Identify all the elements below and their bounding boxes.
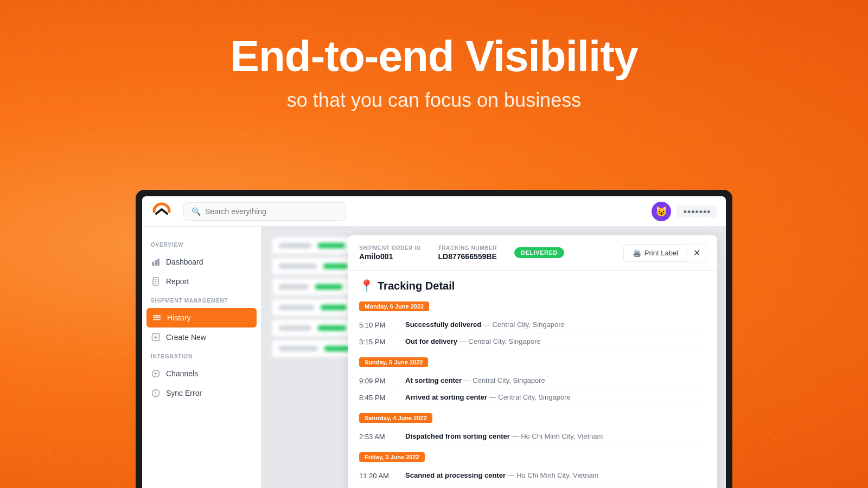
timeline-time: 2:53 AM: [359, 432, 394, 441]
app-logo: [151, 201, 173, 222]
timeline-time: 11:20 AM: [359, 471, 394, 480]
sidebar-item-history[interactable]: History: [146, 308, 257, 328]
alert-circle-icon: [151, 388, 161, 398]
hero-subtitle: so that you can focus on business: [0, 89, 868, 112]
timeline-time: 3:15 PM: [359, 337, 394, 346]
sidebar-item-dashboard[interactable]: Dashboard: [142, 252, 261, 272]
svg-rect-8: [153, 317, 161, 319]
tracking-number-label: TRACKING NUMBER: [438, 245, 497, 251]
avatar: 😺: [652, 202, 671, 221]
content-panel: SHIPMENT ORDER ID Amilo001 TRACKING NUMB…: [261, 227, 726, 488]
tracking-title-row: 📍 Tracking Detail: [359, 279, 706, 292]
date-section-sunday: Sunday, 5 June 2022 9:09 PM At sorting c…: [359, 357, 706, 406]
browser-topbar: 🔍 😺 ●●●●●●●: [142, 196, 726, 227]
search-bar[interactable]: 🔍: [183, 202, 346, 221]
sidebar-item-report-label: Report: [166, 277, 189, 286]
username: ●●●●●●●: [676, 206, 717, 217]
timeline-desc: Successfully delivered — Central City, S…: [405, 320, 565, 329]
shipment-order-id-value: Amilo001: [359, 252, 421, 261]
browser-window: 🔍 😺 ●●●●●●● OVERVIEW: [142, 196, 726, 488]
tracking-number-field: TRACKING NUMBER LD877666559BE: [438, 245, 497, 261]
sidebar-item-channels-label: Channels: [166, 369, 198, 378]
sidebar-item-create-new-label: Create New: [166, 333, 206, 342]
svg-rect-1: [155, 260, 157, 266]
table-row: 5:10 PM Successfully delivered — Central…: [359, 317, 706, 333]
sidebar-item-report[interactable]: Report: [142, 272, 261, 291]
tracking-panel: SHIPMENT ORDER ID Amilo001 TRACKING NUMB…: [348, 235, 717, 488]
table-row: 11:20 AM Scanned at processing center — …: [359, 467, 706, 484]
logo-area: [151, 201, 173, 222]
date-badge-sunday: Sunday, 5 June 2022: [359, 357, 428, 367]
device-frame: 🔍 😺 ●●●●●●● OVERVIEW: [136, 190, 732, 488]
print-label-button[interactable]: 🖨️ Print Label: [623, 244, 687, 262]
chart-bar-icon: [151, 257, 161, 267]
hero-title: End-to-end Visibility: [0, 33, 868, 80]
date-section-friday: Friday, 3 June 2022 11:20 AM Scanned at …: [359, 452, 706, 488]
table-row: 11:16 AM At sorting center — Ho Chi Minh…: [359, 484, 706, 488]
date-badge-saturday: Saturday, 4 June 2022: [359, 413, 432, 423]
date-section-monday: Monday, 6 June 2022 5:10 PM Successfully…: [359, 301, 706, 350]
search-input[interactable]: [205, 207, 338, 216]
svg-rect-0: [152, 262, 154, 266]
sidebar-item-create-new[interactable]: Create New: [142, 328, 261, 347]
sidebar-section-overview: OVERVIEW: [142, 242, 261, 252]
date-badge-monday: Monday, 6 June 2022: [359, 301, 429, 311]
svg-point-18: [155, 394, 156, 395]
shipment-order-id-label: SHIPMENT ORDER ID: [359, 245, 421, 251]
sidebar-item-sync-error-label: Sync Error: [166, 389, 202, 397]
printer-icon: 🖨️: [633, 249, 641, 257]
table-row: 3:15 PM Out for delivery — Central City,…: [359, 333, 706, 350]
close-button[interactable]: ✕: [687, 243, 706, 262]
timeline-desc: Out for delivery — Central City, Singapo…: [405, 337, 541, 345]
user-area: 😺 ●●●●●●●: [652, 202, 717, 221]
map-pin-icon: 📍: [359, 279, 372, 292]
table-row: 8:45 PM Arrived at sorting center — Cent…: [359, 389, 706, 406]
timeline-desc: At sorting center — Central City, Singap…: [405, 376, 545, 384]
svg-rect-2: [157, 259, 159, 266]
hero-section: End-to-end Visibility so that you can fo…: [0, 0, 868, 112]
timeline-time: 8:45 PM: [359, 393, 394, 402]
svg-rect-7: [153, 315, 161, 317]
tracking-detail-title: Tracking Detail: [378, 280, 455, 292]
history-icon: [152, 313, 162, 323]
main-content: OVERVIEW Dashboard: [142, 227, 726, 488]
sidebar: OVERVIEW Dashboard: [142, 227, 261, 488]
tracking-body: 📍 Tracking Detail Monday, 6 June 2022 5:…: [348, 271, 717, 488]
timeline-desc: Arrived at sorting center — Central City…: [405, 393, 571, 401]
status-badge: DELIVERED: [514, 247, 564, 258]
tracking-header: SHIPMENT ORDER ID Amilo001 TRACKING NUMB…: [348, 235, 717, 271]
timeline-time: 9:09 PM: [359, 376, 394, 385]
table-row: 9:09 PM At sorting center — Central City…: [359, 373, 706, 389]
svg-rect-9: [153, 319, 161, 320]
sidebar-section-shipment: SHIPMENT MANAGEMENT: [142, 298, 261, 308]
sidebar-item-dashboard-label: Dashboard: [166, 258, 203, 266]
sidebar-item-sync-error[interactable]: Sync Error: [142, 383, 261, 403]
plus-square-icon: [151, 332, 161, 342]
shipment-order-id-field: SHIPMENT ORDER ID Amilo001: [359, 245, 421, 261]
timeline-desc: Dispatched from sorting center — Ho Chi …: [405, 432, 603, 440]
date-badge-friday: Friday, 3 June 2022: [359, 452, 425, 462]
table-row: 2:53 AM Dispatched from sorting center —…: [359, 428, 706, 445]
channels-icon: [151, 369, 161, 378]
sidebar-item-history-label: History: [167, 313, 191, 322]
sidebar-item-channels[interactable]: Channels: [142, 364, 261, 383]
timeline-time: 5:10 PM: [359, 320, 394, 329]
search-icon: 🔍: [192, 207, 201, 216]
tracking-number-value: LD877666559BE: [438, 252, 497, 261]
timeline-desc: Scanned at processing center — Ho Chi Mi…: [405, 471, 598, 479]
date-section-saturday: Saturday, 4 June 2022 2:53 AM Dispatched…: [359, 413, 706, 445]
header-actions: 🖨️ Print Label ✕: [623, 243, 706, 262]
report-icon: [151, 277, 161, 286]
sidebar-section-integration: INTEGRATION: [142, 354, 261, 364]
